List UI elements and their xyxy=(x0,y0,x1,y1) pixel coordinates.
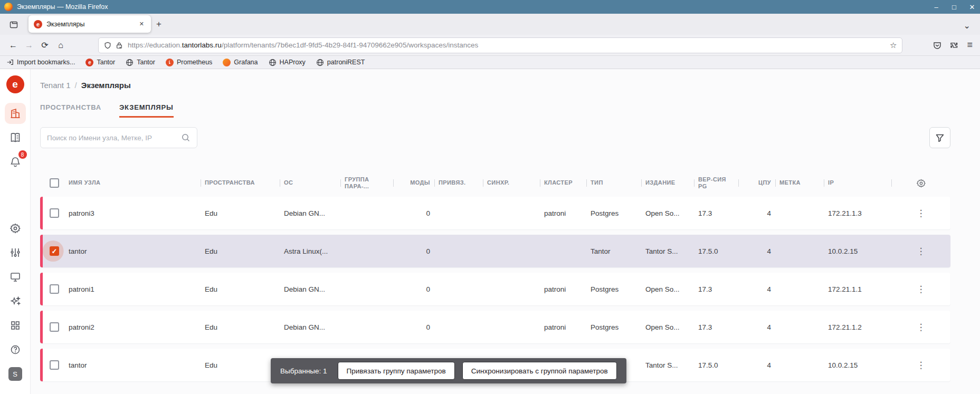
cell-os: Astra Linux(... xyxy=(280,247,340,255)
cell-mods: 0 xyxy=(393,247,434,255)
col-header-label[interactable]: МЕТКА xyxy=(775,179,824,186)
filter-button[interactable] xyxy=(929,127,950,148)
browser-tab-active[interactable]: e Экземпляры ✕ xyxy=(28,15,151,33)
pocket-icon[interactable] xyxy=(933,41,941,50)
maximize-button[interactable]: □ xyxy=(950,3,958,11)
menu-hamburger-icon[interactable]: ≡ xyxy=(967,40,973,51)
bookmark-star-icon[interactable]: ☆ xyxy=(890,41,897,50)
col-header-type[interactable]: ТИП xyxy=(586,179,641,186)
row-menu-icon[interactable]: ⋮ xyxy=(891,284,950,295)
cell-type: Tantor xyxy=(586,247,641,255)
tab-spaces[interactable]: ПРОСТРАНСТВА xyxy=(40,103,101,118)
close-button[interactable]: ✕ xyxy=(968,3,976,11)
row-menu-icon[interactable]: ⋮ xyxy=(891,360,950,371)
row-menu-icon[interactable]: ⋮ xyxy=(891,246,950,257)
notification-badge: 8 xyxy=(18,150,27,159)
window-title: Экземпляры — Mozilla Firefox xyxy=(17,3,108,11)
globe-icon xyxy=(126,59,134,66)
row-checkbox[interactable] xyxy=(50,322,59,332)
cell-ip: 172.21.1.3 xyxy=(824,209,891,217)
bind-parameter-group-button[interactable]: Привязать группу параметров xyxy=(338,362,455,380)
table-row[interactable]: tantor Edu Astra Linux(... 0 Tantor Tant… xyxy=(40,235,950,267)
sidebar-item-notifications[interactable]: 8 xyxy=(5,151,26,172)
search-input[interactable] xyxy=(47,134,181,142)
sync-parameter-group-button[interactable]: Синхронизировать с группой параметров xyxy=(462,362,617,380)
cell-mods: 0 xyxy=(393,285,434,293)
table-row[interactable]: patroni2 Edu Debian GN... 0 patroni Post… xyxy=(40,311,950,343)
table-row[interactable]: patroni1 Edu Debian GN... 0 patroni Post… xyxy=(40,273,950,305)
help-icon xyxy=(9,344,21,355)
bookmark-label: Import bookmarks... xyxy=(17,59,75,66)
row-checkbox[interactable] xyxy=(50,208,59,218)
window-titlebar: Экземпляры — Mozilla Firefox – □ ✕ xyxy=(0,0,980,14)
bookmark-prometheus[interactable]: Prometheus xyxy=(166,59,212,66)
row-menu-icon[interactable]: ⋮ xyxy=(891,208,950,219)
bookmark-haproxy[interactable]: HAProxy xyxy=(269,59,306,66)
bookmark-patronirest[interactable]: patroniREST xyxy=(316,59,365,66)
sidebar-item-docs[interactable] xyxy=(5,127,26,148)
url-domain: tantorlabs.ru xyxy=(182,41,222,49)
col-header-cluster[interactable]: КЛАСТЕР xyxy=(540,179,586,186)
select-all-checkbox[interactable] xyxy=(50,178,59,188)
col-header-edition[interactable]: ИЗДАНИЕ xyxy=(641,179,694,186)
col-header-pg-version[interactable]: ВЕР-СИЯ PG xyxy=(694,176,738,190)
lock-warning-icon[interactable] xyxy=(116,42,123,49)
tantor-logo-icon[interactable]: e xyxy=(6,75,24,93)
sidebar-item-apps[interactable] xyxy=(5,315,26,336)
cell-os: Debian GN... xyxy=(280,285,340,293)
col-header-sync[interactable]: СИНХР. xyxy=(483,179,540,186)
bookmark-tantor-1[interactable]: e Tantor xyxy=(85,59,115,66)
cell-pg-version: 17.5.0 xyxy=(694,361,738,369)
col-header-cpu[interactable]: ЦПУ xyxy=(738,179,775,186)
sidebar-item-tenants[interactable] xyxy=(5,103,26,124)
col-header-ip[interactable]: IP xyxy=(824,179,891,186)
bookmark-import[interactable]: Import bookmarks... xyxy=(6,59,75,66)
col-header-os[interactable]: ОС xyxy=(280,179,340,186)
url-bar[interactable]: https://education.tantorlabs.ru/platform… xyxy=(98,37,902,53)
cell-cluster: patroni xyxy=(540,285,586,293)
sidebar-item-settings[interactable] xyxy=(5,218,26,239)
table-row[interactable]: patroni3 Edu Debian GN... 0 patroni Post… xyxy=(40,197,950,229)
extensions-puzzle-icon[interactable] xyxy=(950,41,958,50)
list-all-tabs-icon[interactable]: ⌄ xyxy=(959,21,975,31)
tab-instances[interactable]: ЭКЗЕМПЛЯРЫ xyxy=(119,103,174,118)
sidebar-item-parameters[interactable] xyxy=(5,242,26,263)
col-header-group[interactable]: ГРУППА ПАРА-... xyxy=(340,176,393,190)
row-checkbox[interactable] xyxy=(50,360,59,370)
cell-pg-version: 17.5.0 xyxy=(694,247,738,255)
row-checkbox[interactable] xyxy=(50,246,59,256)
shield-icon[interactable] xyxy=(104,42,111,49)
cell-os: Debian GN... xyxy=(280,323,340,331)
cell-edition: Open So... xyxy=(641,209,694,217)
col-header-mods[interactable]: МОДЫ xyxy=(393,179,434,186)
home-icon[interactable]: ⌂ xyxy=(53,38,69,53)
col-header-name[interactable]: ИМЯ УЗЛА xyxy=(64,179,201,186)
col-header-space[interactable]: ПРОСТРАНСТВА xyxy=(201,179,280,186)
new-tab-button[interactable]: + xyxy=(151,18,167,33)
column-settings-gear-icon[interactable] xyxy=(891,178,950,188)
back-icon[interactable]: ← xyxy=(5,38,21,53)
cell-ip: 172.21.1.2 xyxy=(824,323,891,331)
bookmark-label: Grafana xyxy=(234,59,258,66)
sidebar-item-monitoring[interactable] xyxy=(5,266,26,287)
sidebar-item-help[interactable] xyxy=(5,339,26,360)
col-header-bind[interactable]: ПРИВЯЗ. xyxy=(434,179,483,186)
firefox-logo-icon xyxy=(4,3,13,11)
breadcrumb-tenant[interactable]: Tenant 1 xyxy=(40,81,71,90)
minimize-button[interactable]: – xyxy=(933,3,940,11)
bookmark-grafana[interactable]: Grafana xyxy=(223,59,258,66)
sidebar-item-assistant[interactable] xyxy=(5,291,26,312)
row-checkbox[interactable] xyxy=(50,284,59,294)
bookmark-tantor-2[interactable]: Tantor xyxy=(126,59,155,66)
forward-icon[interactable]: → xyxy=(21,38,37,53)
reload-icon[interactable]: ⟳ xyxy=(37,38,53,53)
sidebar-item-account[interactable]: S xyxy=(5,363,26,385)
row-menu-icon[interactable]: ⋮ xyxy=(891,322,950,333)
search-icon[interactable] xyxy=(181,133,191,142)
bookmarks-bar: Import bookmarks... e Tantor Tantor Prom… xyxy=(0,56,980,69)
firefox-view-icon[interactable] xyxy=(5,17,22,33)
url-text: https://education.tantorlabs.ru/platform… xyxy=(128,41,886,49)
url-path: /platform/tenants/7b6ec1df-9fd5-4b29-84f… xyxy=(222,41,478,49)
cell-node-name: patroni2 xyxy=(64,323,201,331)
tab-close-icon[interactable]: ✕ xyxy=(137,19,147,29)
